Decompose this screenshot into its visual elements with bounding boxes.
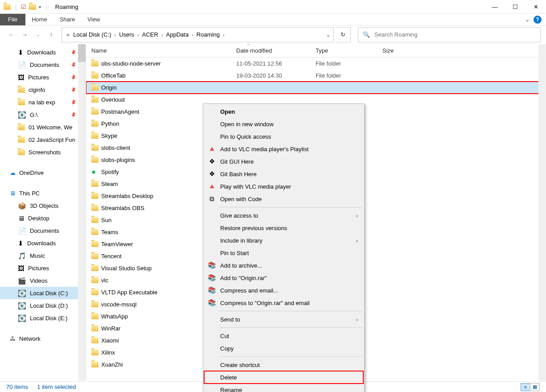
chevron-right-icon[interactable]: › (222, 32, 226, 37)
file-row[interactable]: OfficeTab19-03-2020 14:30File folder (86, 70, 546, 82)
sidebar-item[interactable]: 📄Documents (0, 224, 78, 237)
menu-item[interactable]: Copy (204, 342, 363, 355)
sidebar-item[interactable]: 📦3D Objects (0, 199, 78, 212)
back-button[interactable]: ← (5, 29, 17, 41)
column-date[interactable]: Date modified (236, 47, 316, 54)
sidebar-item-label: Documents (30, 62, 59, 68)
sidebar-item[interactable]: 💽Local Disk (D:) (0, 299, 78, 312)
sidebar-item[interactable]: 💽Local Disk (E:) (0, 312, 78, 324)
sidebar-head-label: This PC (19, 190, 40, 197)
menu-item[interactable]: 🔺Play with VLC media player (204, 180, 363, 193)
search-input[interactable] (374, 31, 536, 38)
sidebar-item[interactable]: 💽G:\ (0, 108, 78, 121)
menu-item[interactable]: Create shortcut (204, 359, 363, 371)
content-scrollbar[interactable] (538, 44, 546, 381)
refresh-button[interactable]: ↻ (336, 27, 351, 42)
menu-item[interactable]: Restore previous versions (204, 222, 363, 234)
chevron-right-icon[interactable]: › (136, 32, 140, 37)
column-size[interactable]: Size (382, 47, 418, 54)
recent-dropdown[interactable]: ⌄ (32, 29, 44, 41)
sidebar-section-head[interactable]: 🖧Network (0, 332, 78, 345)
menu-item[interactable]: Delete (204, 371, 363, 384)
file-icon (91, 229, 101, 235)
chevron-right-icon[interactable]: › (160, 32, 164, 37)
sidebar-section-head[interactable]: 🖥This PC (0, 187, 78, 199)
maximize-button[interactable]: ☐ (505, 0, 525, 14)
sidebar-item-icon: 💽 (18, 290, 26, 297)
menu-item[interactable]: 📚Compress and email... (204, 284, 363, 297)
sidebar-item[interactable]: 💽Local Disk (C:) (0, 287, 78, 299)
breadcrumb-part[interactable]: Users (117, 31, 136, 38)
breadcrumb[interactable]: « Local Disk (C:)›Users›ACER›AppData›Roa… (62, 27, 334, 42)
menu-item[interactable]: Open in new window (204, 118, 363, 130)
column-name[interactable]: Name (91, 47, 236, 54)
menu-item[interactable]: 📚Add to archive... (204, 259, 363, 272)
menu-item[interactable]: Include in library› (204, 234, 363, 247)
menu-item[interactable]: Rename (204, 384, 363, 392)
view-thumbnails-button[interactable]: ▦ (530, 383, 540, 391)
close-button[interactable]: ✕ (525, 0, 546, 14)
file-icon (91, 265, 101, 271)
breadcrumb-part[interactable]: Roaming (195, 31, 222, 38)
ribbon-collapse-icon[interactable]: ⌄ (525, 16, 530, 23)
sidebar-item[interactable]: 🖼Pictures (0, 71, 78, 83)
sidebar-scrollbar[interactable] (78, 44, 86, 381)
view-details-button[interactable]: ≡ (521, 383, 530, 391)
menu-item[interactable]: Open (204, 105, 363, 118)
breadcrumb-part[interactable]: Local Disk (C:) (71, 31, 113, 38)
sidebar-item[interactable]: 📄Documents (0, 58, 78, 71)
sidebar-section-head[interactable]: ☁OneDrive (0, 166, 78, 179)
sidebar-item[interactable]: clginfo (0, 83, 78, 96)
tab-view[interactable]: View (81, 14, 106, 25)
up-button[interactable]: ↑ (45, 29, 57, 41)
menu-item[interactable]: 📚Compress to "Origin.rar" and email (204, 297, 363, 309)
breadcrumb-part[interactable]: AppData (164, 31, 191, 38)
menu-item[interactable]: Send to› (204, 313, 363, 326)
chevron-right-icon[interactable]: › (190, 32, 195, 37)
menu-item[interactable]: ⧉Open with Code (204, 193, 363, 205)
sidebar-item[interactable]: 01 Welcome, We (0, 121, 78, 133)
sidebar-item[interactable]: na lab exp (0, 96, 78, 108)
sidebar-item[interactable]: ⬇Downloads (0, 46, 78, 58)
menu-item[interactable]: ❖Git GUI Here (204, 155, 363, 168)
menu-item[interactable]: Pin to Quick access (204, 130, 363, 143)
menu-item[interactable]: 🔺Add to VLC media player's Playlist (204, 143, 363, 155)
qat-folder-icon[interactable] (29, 4, 36, 10)
qat-check-icon[interactable]: ☑ (21, 4, 26, 10)
tab-home[interactable]: Home (25, 14, 53, 25)
sidebar-item[interactable]: 🖼Pictures (0, 262, 78, 274)
help-icon[interactable]: ? (534, 16, 542, 24)
menu-item-label: Delete (220, 374, 237, 381)
sidebar-item[interactable]: 🎵Music (0, 249, 78, 262)
forward-button[interactable]: → (19, 29, 30, 41)
sidebar-item[interactable]: Screenshots (0, 146, 78, 158)
sidebar-item-label: clginfo (29, 87, 45, 93)
menu-item[interactable]: Cut (204, 330, 363, 342)
sidebar-item[interactable]: ⬇Downloads (0, 237, 78, 249)
sidebar-item[interactable]: 🖥Desktop (0, 212, 78, 224)
sidebar-item-label: 3D Objects (30, 202, 58, 209)
file-row[interactable]: Origin (86, 82, 546, 94)
minimize-button[interactable]: — (484, 0, 505, 14)
sidebar-item-icon (18, 124, 25, 130)
menu-item-label: Compress and email... (220, 287, 278, 294)
sidebar-item[interactable]: 🎬Videos (0, 274, 78, 287)
file-row[interactable]: obs-studio-node-server11-05-2021 12:56Fi… (86, 58, 546, 70)
menu-item[interactable]: Give access to› (204, 209, 363, 222)
chevron-right-icon[interactable]: › (113, 32, 117, 37)
column-type[interactable]: Type (316, 47, 382, 54)
file-icon (91, 181, 101, 187)
menu-item[interactable]: Pin to Start (204, 247, 363, 259)
breadcrumb-dropdown-icon[interactable]: ⌄ (326, 31, 331, 38)
menu-item[interactable]: ❖Git Bash Here (204, 168, 363, 180)
tab-share[interactable]: Share (53, 14, 82, 25)
breadcrumb-part[interactable]: ACER (140, 31, 160, 38)
sidebar-item[interactable]: 02 JavaScript Fun (0, 133, 78, 146)
column-headers[interactable]: ⌃ Name Date modified Type Size (86, 44, 546, 58)
menu-item[interactable]: 📚Add to "Origin.rar" (204, 272, 363, 284)
sidebar: ⬇Downloads📄Documents🖼Picturesclginfona l… (0, 44, 86, 381)
search-box[interactable]: 🔍 (358, 27, 541, 42)
sidebar-item-label: Local Disk (D:) (30, 302, 68, 309)
menu-item-label: Git Bash Here (220, 171, 257, 177)
file-tab[interactable]: File (0, 14, 25, 25)
